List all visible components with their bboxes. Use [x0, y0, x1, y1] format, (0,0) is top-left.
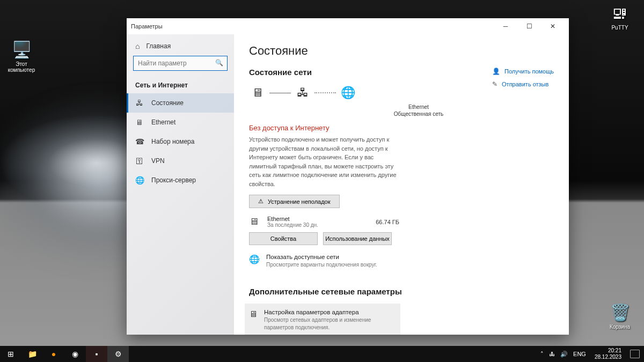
network-caption: Ethernet Общественная сеть	[283, 104, 554, 117]
adapter-settings-link[interactable]: 🖥 Настройка параметров адаптера Просмотр…	[245, 304, 400, 335]
desktop-icon-recycle-bin[interactable]: 🗑️ Корзина	[606, 303, 633, 330]
nav-proxy[interactable]: 🌐 Прокси-сервер	[127, 171, 234, 190]
desktop-icon-label: Этот компьютер	[8, 61, 35, 73]
adapter-icon: 🖥	[249, 309, 258, 319]
nav-label: Состояние	[151, 99, 184, 107]
home-label: Главная	[146, 42, 171, 50]
tray-network-icon[interactable]: 🖧	[549, 351, 555, 357]
tray-clock[interactable]: 20:21 28.12.2023	[591, 348, 625, 360]
warning-icon: ⚠	[258, 198, 264, 205]
usage-row: 🖥 Ethernet За последние 30 дн. 66.74 ГБ	[249, 216, 399, 228]
settings-window: Параметры ─ ☐ ✕ ⌂ Главная 🔍 Сеть и Интер…	[127, 18, 569, 335]
nav-label: Набор номера	[151, 138, 194, 145]
adv-section-title: Дополнительные сетевые параметры	[249, 287, 554, 296]
tray-volume-icon[interactable]: 🔊	[560, 351, 568, 358]
taskbar-firefox[interactable]: ●	[43, 346, 64, 362]
data-usage-button[interactable]: Использование данных	[323, 232, 392, 245]
sidebar: ⌂ Главная 🔍 Сеть и Интернет 🖧 Состояние …	[127, 34, 234, 335]
dialup-icon: ☎	[135, 137, 144, 146]
sidebar-section-title: Сеть и Интернет	[127, 75, 234, 93]
help-icon: 👤	[492, 68, 500, 75]
warning-title: Без доступа к Интернету	[249, 124, 554, 132]
pc-icon: 🖥	[249, 84, 266, 101]
warning-text: Устройство подключено и может получить д…	[249, 135, 399, 188]
nav-vpn[interactable]: ⚿ VPN	[127, 151, 234, 171]
close-button[interactable]: ✕	[541, 18, 565, 34]
taskbar-chrome[interactable]: ◉	[64, 346, 86, 362]
taskbar-app[interactable]: ▪	[86, 346, 107, 362]
taskbar-settings[interactable]: ⚙	[107, 346, 129, 362]
taskbar: ⊞ 📁 ● ◉ ▪ ⚙ ˄ 🖧 🔊 ENG 20:21 28.12.2023	[0, 346, 644, 362]
tray-chevron-icon[interactable]: ˄	[540, 351, 544, 358]
title-bar[interactable]: Параметры ─ ☐ ✕	[127, 18, 569, 34]
monitor-icon: 🖥️	[5, 40, 38, 59]
feedback-icon: ✎	[492, 80, 497, 88]
get-help-link[interactable]: 👤Получить помощь	[492, 68, 554, 75]
tray-notifications-icon[interactable]	[630, 350, 640, 358]
desktop-icon-label: Корзина	[610, 324, 630, 330]
nav-status[interactable]: 🖧 Состояние	[127, 93, 234, 113]
proxy-icon: 🌐	[135, 176, 144, 184]
content-pane[interactable]: 👤Получить помощь ✎Отправить отзыв Состоя…	[234, 34, 569, 335]
troubleshoot-button[interactable]: ⚠ Устранение неполадок	[249, 195, 340, 208]
ethernet-icon: 🖥	[135, 118, 144, 127]
start-button[interactable]: ⊞	[0, 346, 21, 362]
desktop-icon-label: PuTTY	[611, 25, 628, 31]
desktop-icon-putty[interactable]: 🖳 PuTTY	[606, 4, 633, 31]
vpn-icon: ⚿	[135, 157, 144, 165]
minimize-button[interactable]: ─	[494, 18, 517, 34]
feedback-link[interactable]: ✎Отправить отзыв	[492, 80, 554, 88]
nav-label: Прокси-сервер	[151, 176, 196, 184]
desktop-icon-pc[interactable]: 🖥️ Этот компьютер	[5, 40, 38, 73]
home-icon: ⌂	[135, 42, 140, 50]
properties-button[interactable]: Свойства	[249, 232, 318, 245]
globe-icon: 🌐	[249, 254, 260, 264]
page-title: Состояние	[249, 44, 554, 58]
usage-name: Ethernet	[267, 216, 318, 222]
nav-label: VPN	[151, 157, 165, 165]
monitor-icon: 🖥	[249, 216, 261, 227]
bin-icon: 🗑️	[606, 303, 633, 322]
window-title: Параметры	[131, 23, 163, 29]
usage-period: За последние 30 дн.	[267, 222, 318, 228]
tray-lang[interactable]: ENG	[573, 351, 586, 357]
status-icon: 🖧	[135, 99, 144, 107]
router-icon: 🖧	[294, 84, 311, 101]
help-links: 👤Получить помощь ✎Отправить отзыв	[492, 68, 554, 93]
globe-icon: 🌐	[339, 84, 356, 101]
nav-dialup[interactable]: ☎ Набор номера	[127, 132, 234, 151]
system-tray: ˄ 🖧 🔊 ENG 20:21 28.12.2023	[536, 348, 644, 360]
maximize-button[interactable]: ☐	[517, 18, 541, 34]
nav-label: Ethernet	[151, 119, 175, 126]
taskbar-explorer[interactable]: 📁	[21, 346, 43, 362]
usage-value: 66.74 ГБ	[376, 219, 399, 225]
search-input[interactable]	[133, 56, 228, 71]
home-link[interactable]: ⌂ Главная	[127, 36, 234, 56]
putty-icon: 🖳	[606, 4, 633, 23]
nav-ethernet[interactable]: 🖥 Ethernet	[127, 113, 234, 132]
available-networks-link[interactable]: 🌐 Показать доступные сети Просмотрите ва…	[249, 248, 405, 274]
